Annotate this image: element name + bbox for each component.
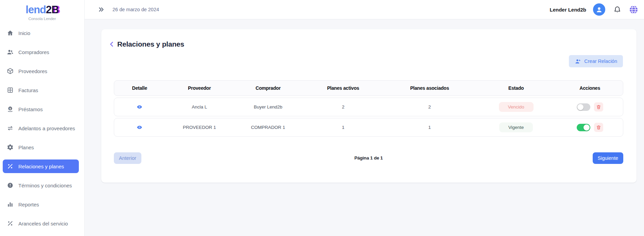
page-title-row: Relaciones y planes bbox=[101, 39, 637, 49]
coin-icon: $ bbox=[7, 106, 14, 113]
sidebar-nav: Inicio Compradores Proveedores Facturas … bbox=[0, 26, 84, 230]
col-header-comprador: Comprador bbox=[234, 85, 302, 91]
table-header-row: Detalle Proveedor Comprador Planes activ… bbox=[114, 80, 623, 96]
people-icon bbox=[7, 49, 14, 55]
col-header-planes-activos: Planes activos bbox=[302, 85, 384, 91]
cell-planes-activos: 2 bbox=[302, 104, 384, 109]
sidebar-item-adelantos[interactable]: Adelantos a proveedores bbox=[3, 121, 79, 135]
pagination: Anterior Página 1 de 1 Siguiente bbox=[114, 152, 623, 164]
create-relation-button[interactable]: Crear Relación bbox=[569, 55, 623, 67]
sidebar-item-label: Compradores bbox=[18, 49, 49, 55]
create-relation-row: Crear Relación bbox=[101, 55, 637, 67]
col-header-acciones: Acciones bbox=[557, 85, 623, 91]
bar-chart-icon bbox=[7, 201, 14, 208]
page-info: Página 1 de 1 bbox=[354, 155, 383, 161]
cell-comprador: COMPRADOR 1 bbox=[234, 125, 302, 130]
sidebar-item-label: Proveedores bbox=[18, 68, 47, 74]
sidebar-item-terminos[interactable]: Términos y condiciones bbox=[3, 179, 79, 192]
content-column: 26 de marzo de 2024 Lender Lend2b Relaci… bbox=[85, 0, 644, 236]
view-detail-eye-icon[interactable] bbox=[137, 104, 142, 110]
swap-arrows-icon bbox=[7, 125, 14, 132]
sidebar-item-aranceles[interactable]: Aranceles del servicio bbox=[3, 217, 79, 230]
cell-proveedor: PROVEEDOR 1 bbox=[165, 125, 234, 130]
toggle-knob bbox=[577, 104, 584, 110]
logo-part-lend: lend bbox=[25, 4, 46, 16]
toggle-knob bbox=[584, 124, 590, 131]
sidebar-item-label: Inicio bbox=[18, 30, 30, 36]
language-globe-icon[interactable] bbox=[629, 5, 639, 15]
delete-button[interactable] bbox=[594, 102, 603, 112]
sidebar-item-label: Planes bbox=[18, 145, 34, 150]
col-header-detalle: Detalle bbox=[114, 85, 165, 91]
status-badge: Vencido bbox=[499, 102, 534, 112]
trash-icon bbox=[596, 125, 601, 130]
sidebar-item-compradores[interactable]: Compradores bbox=[3, 45, 79, 59]
gear-icon bbox=[7, 144, 14, 151]
sidebar-item-label: Relaciones y planes bbox=[18, 164, 64, 169]
person-icon bbox=[595, 5, 603, 14]
view-detail-eye-icon[interactable] bbox=[137, 124, 142, 130]
sidebar-item-proveedores[interactable]: Proveedores bbox=[3, 64, 79, 78]
back-chevron-icon[interactable] bbox=[108, 40, 116, 48]
sidebar-item-label: Préstamos bbox=[18, 106, 43, 112]
sidebar-item-facturas[interactable]: Facturas bbox=[3, 83, 79, 97]
collapse-sidebar-icon[interactable] bbox=[98, 6, 105, 13]
sidebar: lend2B Consola Lender Inicio Compradores… bbox=[0, 0, 85, 236]
table-row: PROVEEDOR 1 COMPRADOR 1 1 1 Vigente bbox=[114, 118, 623, 137]
sidebar-item-planes[interactable]: Planes bbox=[3, 140, 79, 154]
alert-circle-icon bbox=[7, 182, 14, 189]
notifications-bell-icon[interactable] bbox=[613, 6, 621, 14]
home-icon bbox=[7, 30, 14, 36]
user-name: Lender Lend2b bbox=[550, 7, 586, 13]
user-avatar[interactable] bbox=[593, 3, 605, 16]
sidebar-item-prestamos[interactable]: $ Préstamos bbox=[3, 102, 79, 116]
percent-icon bbox=[7, 163, 14, 170]
logo-part-2: 2 bbox=[46, 4, 51, 16]
cell-comprador: Buyer Lend2b bbox=[234, 104, 302, 109]
sidebar-item-label: Aranceles del servicio bbox=[18, 221, 68, 226]
table-row: Ancla L Buyer Lend2b 2 2 Vencido bbox=[114, 98, 623, 116]
next-page-button[interactable]: Siguiente bbox=[593, 152, 623, 164]
col-header-estado: Estado bbox=[475, 85, 557, 91]
page-title: Relaciones y planes bbox=[117, 40, 184, 48]
status-badge: Vigente bbox=[499, 122, 533, 132]
col-header-proveedor: Proveedor bbox=[165, 85, 234, 91]
svg-text:$: $ bbox=[10, 107, 11, 110]
create-relation-label: Crear Relación bbox=[584, 58, 617, 64]
percent-icon bbox=[7, 220, 14, 227]
sidebar-item-label: Adelantos a proveedores bbox=[18, 125, 75, 131]
delete-button[interactable] bbox=[594, 123, 603, 132]
previous-page-button[interactable]: Anterior bbox=[114, 152, 141, 164]
sidebar-item-label: Términos y condiciones bbox=[18, 183, 72, 188]
cube-icon bbox=[7, 68, 14, 74]
console-subtitle: Consola Lender bbox=[0, 17, 84, 21]
grid-icon bbox=[7, 87, 14, 94]
cell-planes-asociados: 2 bbox=[384, 104, 475, 109]
sidebar-item-label: Reportes bbox=[18, 202, 39, 207]
active-toggle[interactable] bbox=[577, 103, 590, 111]
main-area: Relaciones y planes Crear Relación Detal… bbox=[85, 19, 644, 236]
trash-icon bbox=[596, 104, 601, 109]
logo-part-b: B bbox=[51, 4, 58, 16]
relations-table: Detalle Proveedor Comprador Planes activ… bbox=[114, 80, 623, 137]
relations-card: Relaciones y planes Crear Relación Detal… bbox=[101, 29, 637, 183]
cell-proveedor: Ancla L bbox=[165, 104, 234, 109]
sidebar-item-relaciones-y-planes[interactable]: Relaciones y planes bbox=[3, 159, 79, 173]
cell-planes-asociados: 1 bbox=[384, 125, 475, 130]
app-logo: lend2B Consola Lender bbox=[0, 0, 84, 21]
cell-planes-activos: 1 bbox=[302, 125, 384, 130]
current-date: 26 de marzo de 2024 bbox=[112, 7, 159, 12]
active-toggle[interactable] bbox=[577, 124, 590, 131]
col-header-planes-asociados: Planes asociados bbox=[384, 85, 475, 91]
sidebar-item-label: Facturas bbox=[18, 87, 38, 93]
sidebar-item-inicio[interactable]: Inicio bbox=[3, 26, 79, 40]
sidebar-item-reportes[interactable]: Reportes bbox=[3, 198, 79, 211]
logo-text: lend2B bbox=[0, 4, 84, 16]
person-add-icon bbox=[575, 58, 581, 65]
topbar: 26 de marzo de 2024 Lender Lend2b bbox=[85, 0, 644, 19]
